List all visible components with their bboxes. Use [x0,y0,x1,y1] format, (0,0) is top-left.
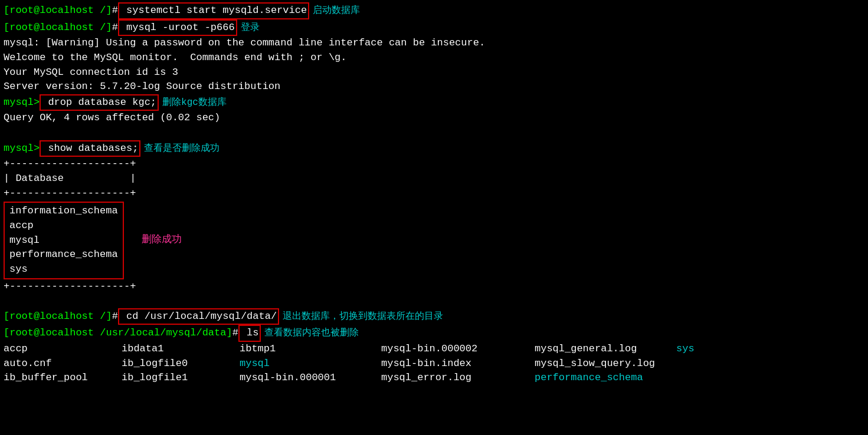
ls-ibtmp1: ibtmp1 [240,342,381,357]
command-box-b1: cd /usr/local/mysql/data/ [118,308,279,325]
ls-performance-schema: performance_schema [535,371,643,385]
db-row-3: mysql [9,233,118,248]
table-header: | Database | [4,172,864,186]
ls-mysql: mysql [240,357,381,371]
annotation-7: 删除kgc数据库 [162,96,227,110]
terminal-line-10: mysql> show databases;查看是否删除成功 [4,140,864,157]
terminal-line-2: [root@localhost /]# mysql -uroot -p666登录 [4,19,864,37]
hash-b2: # [232,326,238,341]
prompt-10: mysql> [4,141,40,156]
terminal-line-5: Your MySQL connection id is 3 [4,65,864,80]
query-ok-text: Query OK, 4 rows affected (0.02 sec) [4,111,220,126]
ls-mysqlbin1: mysql-bin.000001 [240,371,381,385]
table-border-bottom: +--------------------+ [4,279,864,294]
command-box-b2: ls [238,325,261,342]
annotation-b1: 退出数据库，切换到数据表所在的目录 [283,310,443,324]
warning-text: mysql: [Warning] Using a password on the… [4,36,485,51]
ls-ibdata1: ibdata1 [122,342,240,357]
terminal-line-6: Server version: 5.7.20-log Source distri… [4,80,864,94]
command-box-1: systemctl start mysqld.service [118,2,309,19]
terminal-bline-1: [root@localhost /]# cd /usr/local/mysql/… [4,308,864,325]
db-row-5: sys [9,262,118,277]
server-version-text: Server version: 5.7.20-log Source distri… [4,80,280,94]
ls-mysql-error: mysql_error.log [381,371,535,385]
hash-2: # [112,21,118,35]
hash-b1: # [112,309,118,324]
ls-general-log: mysql_general.log [535,342,676,357]
ls-accp: accp [4,342,122,357]
ls-iblogfile1: ib_logfile1 [122,371,240,385]
table-border-mid: +--------------------+ [4,186,864,201]
hash-1: # [112,4,118,18]
terminal-line-blank [4,126,864,140]
ls-mysqlbin2: mysql-bin.000002 [381,342,535,357]
ls-autocnf: auto.cnf [4,357,122,371]
db-row-1: information_schema [9,204,118,219]
ls-mysqlbin-index: mysql-bin.index [381,357,535,371]
ls-ib-buffer: ib_buffer_pool [4,371,122,385]
connection-id-text: Your MySQL connection id is 3 [4,65,178,80]
command-box-2: mysql -uroot -p666 [118,19,237,37]
prompt-1: [root@localhost /] [4,4,112,18]
ls-row-1: accp ibdata1 ibtmp1 mysql-bin.000002 mys… [4,342,864,357]
annotation-b2: 查看数据内容也被删除 [264,327,359,340]
annotation-2: 登录 [241,21,260,35]
terminal-line-7: mysql> drop database kgc;删除kgc数据库 [4,94,864,111]
ls-slow-query: mysql_slow_query.log [535,357,676,371]
prompt-7: mysql> [4,95,40,110]
terminal-line-8: Query OK, 4 rows affected (0.02 sec) [4,111,864,126]
terminal-bline-2: [root@localhost /usr/local/mysql/data]# … [4,325,864,342]
prompt-2: [root@localhost /] [4,21,112,35]
spacer-line [4,294,864,308]
db-row-2: accp [9,219,118,233]
ls-iblogfile0: ib_logfile0 [122,357,240,371]
welcome-text: Welcome to the MySQL monitor. Commands e… [4,51,347,65]
ls-sys: sys [676,342,695,357]
table-border-top: +--------------------+ [4,157,864,172]
terminal-line-3: mysql: [Warning] Using a password on the… [4,36,864,51]
terminal-line-1: [root@localhost /]# systemctl start mysq… [4,2,864,19]
db-entries-box: information_schema accp mysql performanc… [4,202,124,279]
annotation-10: 查看是否删除成功 [144,142,220,156]
ls-row-3: ib_buffer_pool ib_logfile1 mysql-bin.000… [4,371,864,385]
command-box-7: drop database kgc; [40,94,159,111]
db-row-4: performance_schema [9,248,118,262]
command-box-10: show databases; [40,140,140,157]
database-table: +--------------------+ | Database | +---… [4,157,864,294]
terminal-line-4: Welcome to the MySQL monitor. Commands e… [4,51,864,65]
table-rows-container: information_schema accp mysql performanc… [4,200,864,279]
delete-success-label: 删除成功 [142,233,182,248]
annotation-1: 启动数据库 [313,4,360,18]
prompt-b2: [root@localhost /usr/local/mysql/data] [4,326,232,341]
ls-row-2: auto.cnf ib_logfile0 mysql mysql-bin.ind… [4,357,864,371]
prompt-b1: [root@localhost /] [4,309,112,324]
